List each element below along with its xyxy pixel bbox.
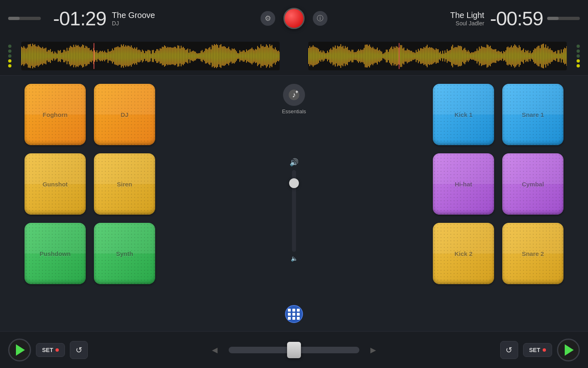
pad-snare1[interactable]: Snare 1 bbox=[502, 84, 564, 145]
svg-rect-449 bbox=[546, 45, 546, 67]
svg-rect-233 bbox=[279, 52, 280, 61]
pad-kick2[interactable]: Kick 2 bbox=[433, 223, 494, 284]
svg-rect-255 bbox=[330, 48, 331, 63]
svg-rect-291 bbox=[370, 47, 371, 65]
bottom-left-controls: SET ↺ bbox=[8, 339, 88, 361]
crossfader-track[interactable] bbox=[229, 347, 359, 353]
svg-rect-297 bbox=[377, 47, 378, 64]
svg-rect-266 bbox=[343, 46, 343, 66]
svg-rect-337 bbox=[421, 48, 422, 64]
svg-rect-464 bbox=[562, 53, 563, 60]
svg-rect-271 bbox=[348, 50, 349, 62]
pad-foghorn[interactable]: Foghorn bbox=[24, 84, 86, 145]
svg-rect-129 bbox=[164, 45, 165, 67]
svg-rect-82 bbox=[112, 49, 113, 63]
svg-rect-105 bbox=[138, 50, 138, 62]
svg-rect-403 bbox=[494, 49, 495, 63]
svg-rect-389 bbox=[479, 47, 480, 65]
loop-left-button[interactable]: ↺ bbox=[70, 341, 88, 359]
svg-rect-116 bbox=[150, 51, 151, 61]
svg-rect-70 bbox=[99, 52, 100, 60]
svg-rect-286 bbox=[365, 45, 365, 67]
pad-snare2[interactable]: Snare 2 bbox=[502, 223, 564, 284]
svg-rect-91 bbox=[122, 46, 123, 66]
svg-rect-165 bbox=[204, 51, 205, 61]
pad-cymbal[interactable]: Cymbal bbox=[502, 153, 564, 215]
svg-rect-241 bbox=[315, 47, 316, 65]
left-track-title: The Groove bbox=[112, 11, 155, 20]
svg-rect-74 bbox=[103, 52, 104, 60]
svg-rect-101 bbox=[133, 49, 134, 63]
pad-gunshot[interactable]: Gunshot bbox=[24, 153, 86, 215]
svg-rect-313 bbox=[395, 48, 396, 64]
pad-siren[interactable]: Siren bbox=[94, 153, 155, 215]
svg-rect-153 bbox=[191, 52, 192, 60]
play-right-button[interactable] bbox=[557, 339, 580, 361]
info-button[interactable]: ⓘ bbox=[313, 11, 327, 26]
svg-rect-224 bbox=[270, 44, 270, 68]
svg-rect-386 bbox=[476, 51, 477, 61]
svg-rect-137 bbox=[173, 47, 174, 65]
essentials-button[interactable]: ♪ + Essentials bbox=[282, 84, 306, 114]
svg-rect-466 bbox=[564, 48, 565, 64]
svg-rect-55 bbox=[82, 45, 83, 67]
svg-rect-37 bbox=[62, 52, 63, 60]
crossfader-thumb[interactable] bbox=[287, 342, 301, 358]
svg-rect-176 bbox=[216, 44, 217, 68]
pad-pushdown[interactable]: Pushdown bbox=[24, 223, 86, 284]
pad-synth[interactable]: Synth bbox=[94, 223, 155, 284]
gear-button[interactable]: ⚙ bbox=[261, 11, 275, 26]
svg-rect-133 bbox=[169, 47, 169, 65]
svg-rect-452 bbox=[549, 49, 550, 63]
svg-rect-396 bbox=[487, 45, 488, 68]
svg-rect-314 bbox=[396, 46, 396, 66]
svg-rect-362 bbox=[449, 50, 450, 62]
svg-rect-126 bbox=[161, 49, 162, 63]
svg-rect-296 bbox=[376, 49, 376, 63]
svg-rect-235 bbox=[308, 48, 309, 64]
svg-rect-139 bbox=[175, 47, 176, 65]
svg-rect-57 bbox=[85, 48, 85, 64]
svg-rect-330 bbox=[414, 52, 414, 60]
crossfader-right-arrow[interactable]: ▶ bbox=[366, 343, 381, 357]
svg-rect-390 bbox=[480, 49, 481, 63]
svg-rect-188 bbox=[229, 49, 230, 63]
waveform-section: (function() { const svg = document.curre… bbox=[0, 37, 588, 76]
left-waveform[interactable]: (function() { const svg = document.curre… bbox=[21, 42, 280, 70]
loop-right-button[interactable]: ↺ bbox=[500, 341, 518, 359]
pad-hihat[interactable]: Hi-hat bbox=[433, 153, 494, 215]
right-waveform[interactable]: (function() { const svg = document.curre… bbox=[308, 42, 567, 70]
svg-rect-327 bbox=[410, 51, 411, 61]
crossfader-left-arrow[interactable]: ◀ bbox=[207, 343, 222, 357]
set-right-button[interactable]: SET bbox=[523, 343, 552, 357]
volume-thumb[interactable] bbox=[289, 178, 299, 188]
svg-rect-454 bbox=[551, 50, 552, 62]
play-left-button[interactable] bbox=[8, 339, 31, 361]
svg-rect-334 bbox=[418, 49, 419, 63]
grid-button[interactable] bbox=[285, 305, 303, 323]
volume-track[interactable] bbox=[292, 170, 296, 252]
set-left-button[interactable]: SET bbox=[36, 343, 65, 357]
level-dot bbox=[8, 45, 11, 48]
svg-rect-285 bbox=[364, 48, 365, 64]
svg-rect-207 bbox=[251, 49, 252, 63]
svg-rect-345 bbox=[430, 47, 431, 64]
svg-rect-432 bbox=[526, 51, 527, 61]
svg-rect-71 bbox=[100, 51, 101, 61]
svg-rect-243 bbox=[317, 48, 318, 64]
svg-rect-427 bbox=[521, 50, 522, 61]
svg-rect-436 bbox=[531, 53, 532, 58]
svg-rect-424 bbox=[518, 48, 519, 64]
svg-rect-425 bbox=[519, 45, 519, 67]
svg-rect-154 bbox=[192, 51, 193, 61]
svg-rect-458 bbox=[555, 51, 556, 61]
svg-rect-462 bbox=[560, 54, 561, 58]
record-button[interactable] bbox=[283, 8, 305, 29]
svg-rect-309 bbox=[390, 48, 391, 65]
svg-rect-374 bbox=[462, 50, 463, 62]
svg-rect-234 bbox=[94, 43, 94, 69]
svg-rect-311 bbox=[392, 49, 393, 63]
svg-rect-23 bbox=[47, 52, 47, 61]
pad-dj[interactable]: DJ bbox=[94, 84, 155, 145]
pad-kick1[interactable]: Kick 1 bbox=[433, 84, 494, 145]
